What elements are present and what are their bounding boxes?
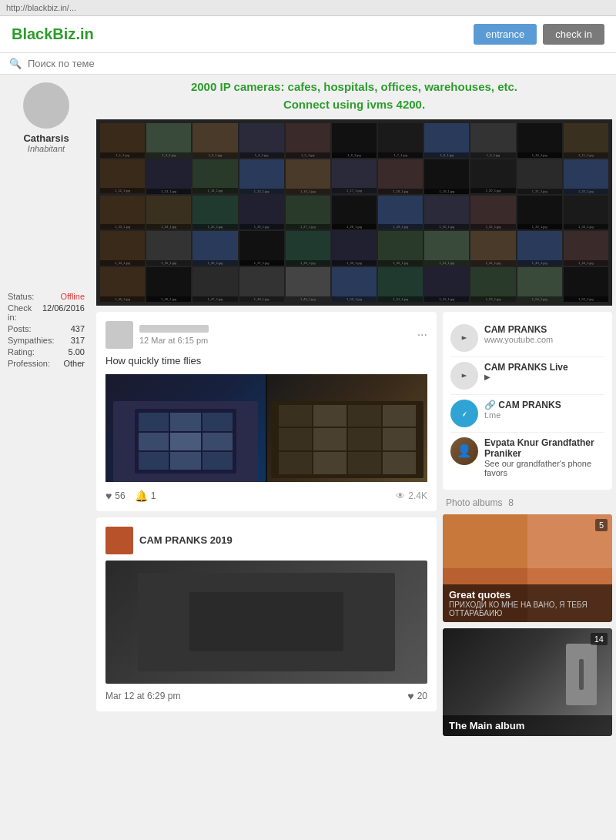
camera-cell[interactable]: 1_50_1.jpg — [332, 267, 377, 302]
camera-cell[interactable]: 1_33_1.jpg — [564, 196, 608, 230]
camera-cell[interactable]: 1_8_1.jpg — [424, 123, 469, 158]
like-count: 56 — [115, 490, 125, 501]
sidebar: Catharsis Inhabitant Status: Offline Che… — [0, 75, 92, 746]
camera-cell[interactable]: 1_47_1.jpg — [192, 267, 237, 302]
social-item-telegram[interactable]: 🔗 CAM PRANKS t.me — [450, 395, 604, 433]
social-name-youtube2: CAM PRANKS Live — [484, 362, 568, 373]
camera-cell[interactable]: 1_22_1.jpg — [564, 159, 608, 194]
camera-cell[interactable]: 1_40_1.jpg — [378, 231, 423, 266]
camera-cell[interactable]: 1_16_1.jpg — [286, 159, 330, 194]
camera-cell[interactable]: 1_45_1.jpg — [100, 267, 145, 302]
camera-cell[interactable]: 1_53_1.jpg — [470, 267, 515, 302]
camera-cell[interactable]: 1_5_1.jpg — [286, 123, 330, 158]
camera-cell[interactable]: 1_31_1.jpg — [470, 196, 515, 230]
stat-rating-label: Rating: — [8, 347, 35, 356]
social-info-telegram: 🔗 CAM PRANKS t.me — [484, 400, 561, 420]
stat-profession-label: Profession: — [8, 359, 50, 368]
post-image-right: CAM PRANKS 2018 — [267, 374, 427, 482]
post2-image — [105, 561, 427, 684]
social-item-person[interactable]: 👤 Evpata Knur Grandfather Praniker See o… — [450, 433, 604, 482]
camera-cell[interactable]: 1_17_1.jpg — [332, 159, 377, 194]
social-sub-youtube1: www.youtube.com — [484, 335, 553, 344]
camera-cell[interactable]: 1_13_1.jpg — [146, 159, 191, 194]
youtube-icon-2 — [450, 362, 478, 390]
entrance-button[interactable]: entrance — [474, 24, 537, 45]
camera-cell[interactable]: 1_44_1.jpg — [564, 231, 608, 266]
camera-cell[interactable]: 1_49_1.jpg — [286, 267, 330, 302]
camera-cell[interactable]: 1_34_1.jpg — [100, 231, 145, 266]
camera-cell[interactable]: 1_28_1.jpg — [332, 196, 377, 230]
social-name-person: Evpata Knur Grandfather Praniker — [484, 437, 604, 459]
camera-cell[interactable]: 1_37_1.jpg — [239, 231, 284, 266]
camera-cell[interactable]: 1_1_1.jpg — [100, 123, 145, 158]
stat-posts-value: 437 — [71, 324, 85, 333]
camera-cell[interactable]: 1_3_1.jpg — [192, 123, 237, 158]
camera-cell[interactable]: 1_25_1.jpg — [192, 196, 237, 230]
camera-cell[interactable]: 1_52_1.jpg — [424, 267, 469, 302]
camera-cell[interactable]: 1_27_1.jpg — [286, 196, 330, 230]
search-input[interactable] — [28, 58, 182, 69]
camera-cell[interactable]: 1_48_1.jpg — [239, 267, 284, 302]
camera-label: 1_31_1.jpg — [470, 224, 515, 229]
camera-cell[interactable]: 1_43_1.jpg — [517, 231, 562, 266]
album-card-1[interactable]: 5 Great quotes ПРИХОДИ КО МНЕ НА ВАНО, Я… — [443, 514, 612, 622]
camera-cell[interactable]: 1_9_1.jpg — [470, 123, 515, 158]
camera-cell[interactable]: 1_10_1.jpg — [517, 123, 562, 158]
camera-cell[interactable]: 1_32_1.jpg — [517, 196, 562, 230]
camera-cell[interactable]: 1_23_1.jpg — [100, 196, 145, 230]
camera-label: 1_26_1.jpg — [239, 224, 284, 229]
camera-cell[interactable]: 1_46_1.jpg — [146, 267, 191, 302]
social-item-youtube1[interactable]: CAM PRANKS www.youtube.com — [450, 320, 604, 357]
views-icon: 👁 — [396, 490, 405, 501]
camera-label: 1_20_1.jpg — [470, 188, 515, 193]
stat-status-label: Status: — [8, 292, 34, 301]
post-avatar-2 — [105, 527, 133, 554]
album2-title: The Main album — [449, 720, 606, 731]
camera-cell[interactable]: 1_4_1.jpg — [239, 123, 284, 158]
camera-cell[interactable]: 1_38_1.jpg — [286, 231, 330, 266]
camera-cell[interactable]: 1_42_1.jpg — [470, 231, 515, 266]
album-card-2[interactable]: 14 The Main album — [443, 628, 612, 736]
post-card-2: CAM PRANKS 2019 Mar 12 at 6:29 pm — [96, 517, 437, 711]
camera-cell[interactable]: 1_15_1.jpg — [239, 159, 284, 194]
camera-label: 1_27_1.jpg — [286, 224, 330, 229]
camera-cell[interactable]: 1_35_1.jpg — [146, 231, 191, 266]
camera-cell[interactable]: 1_19_1.jpg — [424, 159, 469, 194]
camera-cell[interactable]: 1_6_1.jpg — [332, 123, 377, 158]
camera-cell[interactable]: 1_21_1.jpg — [517, 159, 562, 194]
social-item-youtube2[interactable]: CAM PRANKS Live ▶ — [450, 357, 604, 395]
camera-cell[interactable]: 1_55_1.jpg — [564, 267, 608, 302]
camera-cell[interactable]: 1_7_1.jpg — [378, 123, 423, 158]
camera-cell[interactable]: 1_41_1.jpg — [424, 231, 469, 266]
ip-banner-line1: 2000 IP cameras: cafes, hospitals, offic… — [96, 79, 612, 96]
camera-cell[interactable]: 1_29_1.jpg — [378, 196, 423, 230]
camera-cell[interactable]: 1_51_1.jpg — [378, 267, 423, 302]
albums-count: 8 — [508, 497, 514, 508]
camera-label: 1_23_1.jpg — [100, 224, 145, 229]
camera-label: 1_3_1.jpg — [192, 152, 237, 158]
camera-cell[interactable]: 1_26_1.jpg — [239, 196, 284, 230]
camera-cell[interactable]: 1_11_1.jpg — [564, 123, 608, 158]
like-item[interactable]: ♥ 56 — [105, 490, 126, 502]
camera-cell[interactable]: 1_20_1.jpg — [470, 159, 515, 194]
stat-checkin-value: 12/06/2016 — [42, 303, 85, 322]
camera-cell[interactable]: 1_14_1.jpg — [192, 159, 237, 194]
post2-likes[interactable]: ♥ 20 — [407, 690, 427, 702]
post-user-1: 12 Mar at 6:15 pm — [105, 321, 209, 349]
checkin-button[interactable]: check in — [543, 24, 604, 45]
post-menu-1[interactable]: ··· — [417, 328, 427, 342]
camera-label: 1_11_1.jpg — [564, 152, 608, 158]
camera-cell[interactable]: 1_12_1.jpg — [100, 159, 145, 194]
camera-cell[interactable]: 1_30_1.jpg — [424, 196, 469, 230]
camera-cell[interactable]: 1_39_1.jpg — [332, 231, 377, 266]
camera-cell[interactable]: 1_24_1.jpg — [146, 196, 191, 230]
camera-cell[interactable]: 1_36_1.jpg — [192, 231, 237, 266]
dislike-item[interactable]: 🔔 1 — [135, 490, 156, 502]
social-info-person: Evpata Knur Grandfather Praniker See our… — [484, 437, 604, 477]
camera-cell[interactable]: 1_2_1.jpg — [146, 123, 191, 158]
camera-label: 1_51_1.jpg — [378, 296, 423, 302]
stat-sympathies-value: 317 — [71, 336, 85, 345]
camera-cell[interactable]: 1_18_1.jpg — [378, 159, 423, 194]
camera-cell[interactable]: 1_54_1.jpg — [517, 267, 562, 302]
stat-checkin-label: Check in: — [8, 303, 42, 322]
